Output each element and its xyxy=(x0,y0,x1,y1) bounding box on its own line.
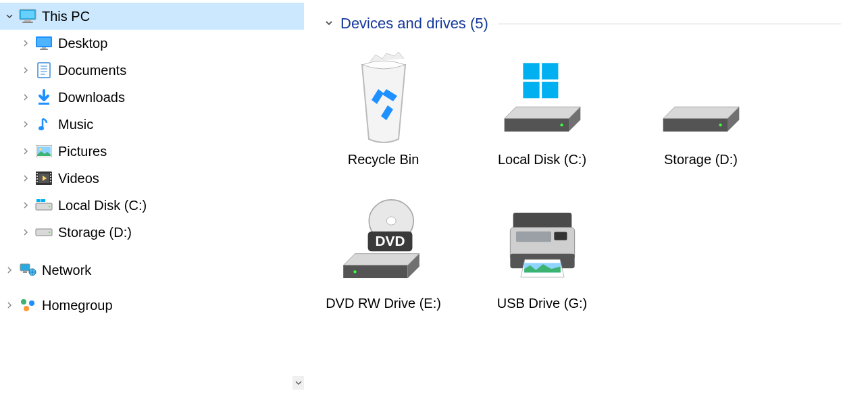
divider xyxy=(498,24,841,24)
chevron-down-icon[interactable] xyxy=(4,12,15,20)
svg-rect-22 xyxy=(36,178,38,180)
svg-rect-55 xyxy=(554,232,567,240)
svg-rect-43 xyxy=(542,82,558,98)
chevron-right-icon[interactable] xyxy=(4,267,15,273)
tree-label: Network xyxy=(42,263,91,278)
item-label: Local Disk (C:) xyxy=(498,151,586,168)
tree-label: Downloads xyxy=(58,90,125,105)
svg-rect-6 xyxy=(42,47,46,49)
item-label: Storage (D:) xyxy=(664,151,738,168)
tree-label: Desktop xyxy=(58,36,107,51)
svg-rect-54 xyxy=(516,232,551,242)
content-pane: Devices and drives (5) Recycle Bin xyxy=(304,0,868,395)
svg-rect-2 xyxy=(24,20,31,22)
chevron-down-icon[interactable] xyxy=(324,17,334,31)
chevron-right-icon[interactable] xyxy=(20,121,31,128)
svg-rect-20 xyxy=(36,173,38,174)
svg-point-44 xyxy=(560,124,563,126)
svg-rect-27 xyxy=(50,181,51,182)
videos-icon xyxy=(35,169,53,187)
tree-item-downloads[interactable]: Downloads xyxy=(0,84,304,111)
svg-rect-30 xyxy=(36,199,41,202)
tree-label: Homegroup xyxy=(42,298,113,313)
tree-item-local-disk-c[interactable]: Local Disk (C:) xyxy=(0,192,304,219)
chevron-right-icon[interactable] xyxy=(20,67,31,74)
group-header-label: Devices and drives (5) xyxy=(340,15,488,32)
svg-rect-23 xyxy=(36,181,38,182)
chevron-right-icon[interactable] xyxy=(20,175,31,182)
tree-label: Music xyxy=(58,117,93,132)
svg-rect-34 xyxy=(20,264,30,271)
documents-icon xyxy=(35,61,53,79)
item-local-disk-c[interactable]: Local Disk (C:) xyxy=(483,45,601,168)
item-dvd-drive-e[interactable]: DVD DVD RW Drive (E:) xyxy=(324,188,442,312)
recycle-bin-icon xyxy=(340,45,428,146)
tree-label: This PC xyxy=(42,9,90,24)
tree-label: Pictures xyxy=(58,144,107,159)
svg-rect-40 xyxy=(523,63,539,79)
tree-item-network[interactable]: Network xyxy=(0,257,304,284)
svg-point-39 xyxy=(24,306,29,311)
svg-rect-41 xyxy=(542,63,558,79)
svg-rect-7 xyxy=(40,49,48,50)
music-icon xyxy=(35,115,53,133)
chevron-right-icon[interactable] xyxy=(20,94,31,101)
chevron-right-icon[interactable] xyxy=(4,302,15,309)
tree-item-storage-d[interactable]: Storage (D:) xyxy=(0,219,304,246)
tree-item-desktop[interactable]: Desktop xyxy=(0,30,304,57)
svg-point-38 xyxy=(29,300,34,306)
drive-icon xyxy=(35,196,53,214)
homegroup-icon xyxy=(19,296,36,314)
svg-rect-3 xyxy=(22,22,33,23)
group-header-devices[interactable]: Devices and drives (5) xyxy=(324,15,841,32)
tree-label: Videos xyxy=(58,171,99,186)
chevron-right-icon[interactable] xyxy=(20,148,31,155)
scroll-down-button[interactable] xyxy=(292,376,304,390)
item-label: Recycle Bin xyxy=(348,151,419,168)
svg-point-50 xyxy=(353,270,356,273)
drive-grid: Recycle Bin xyxy=(324,45,841,312)
svg-rect-26 xyxy=(50,178,51,180)
svg-point-47 xyxy=(386,217,396,225)
chevron-right-icon[interactable] xyxy=(20,40,31,47)
svg-point-14 xyxy=(39,126,44,130)
svg-rect-31 xyxy=(41,199,45,202)
item-recycle-bin[interactable]: Recycle Bin xyxy=(324,45,442,168)
svg-rect-1 xyxy=(21,11,34,18)
svg-text:DVD: DVD xyxy=(375,233,405,248)
computer-icon xyxy=(19,7,36,25)
printer-icon xyxy=(499,188,586,290)
chevron-right-icon[interactable] xyxy=(20,229,31,236)
svg-rect-8 xyxy=(38,63,50,78)
hdd-icon xyxy=(657,45,745,146)
svg-point-33 xyxy=(49,232,50,233)
tree-item-documents[interactable]: Documents xyxy=(0,57,304,84)
item-label: USB Drive (G:) xyxy=(497,295,587,312)
svg-point-29 xyxy=(49,206,50,207)
os-drive-icon xyxy=(499,45,586,146)
tree-item-this-pc[interactable]: This PC xyxy=(0,3,304,30)
navigation-pane: This PC Desktop xyxy=(0,0,304,395)
svg-rect-42 xyxy=(523,82,539,98)
downloads-icon xyxy=(35,88,53,106)
svg-point-37 xyxy=(21,299,26,305)
item-storage-d[interactable]: Storage (D:) xyxy=(642,45,760,168)
item-usb-drive-g[interactable]: USB Drive (G:) xyxy=(483,188,601,312)
dvd-drive-icon: DVD xyxy=(340,188,428,290)
chevron-right-icon[interactable] xyxy=(20,202,31,209)
desktop-icon xyxy=(35,34,53,52)
drive-icon xyxy=(35,223,53,241)
item-label: DVD RW Drive (E:) xyxy=(326,295,441,312)
tree-label: Storage (D:) xyxy=(58,225,132,240)
svg-rect-35 xyxy=(23,271,27,273)
tree-item-videos[interactable]: Videos xyxy=(0,165,304,192)
tree-item-pictures[interactable]: Pictures xyxy=(0,138,304,165)
tree-label: Documents xyxy=(58,63,126,78)
svg-rect-21 xyxy=(36,176,38,177)
svg-point-45 xyxy=(719,124,721,126)
tree-item-music[interactable]: Music xyxy=(0,111,304,138)
tree-item-homegroup[interactable]: Homegroup xyxy=(0,292,304,319)
svg-rect-25 xyxy=(50,176,51,177)
tree-label: Local Disk (C:) xyxy=(58,198,147,213)
pictures-icon xyxy=(35,142,53,160)
